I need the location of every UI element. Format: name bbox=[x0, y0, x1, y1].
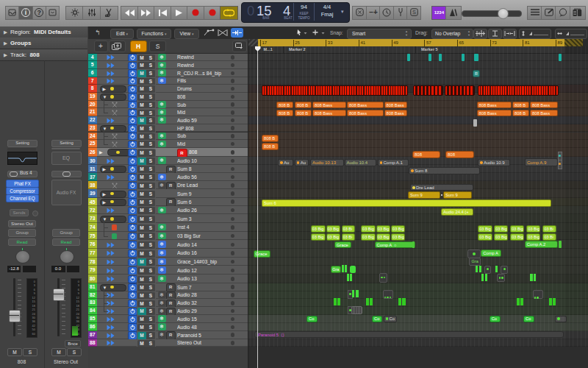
svg-text:S: S bbox=[412, 9, 416, 15]
